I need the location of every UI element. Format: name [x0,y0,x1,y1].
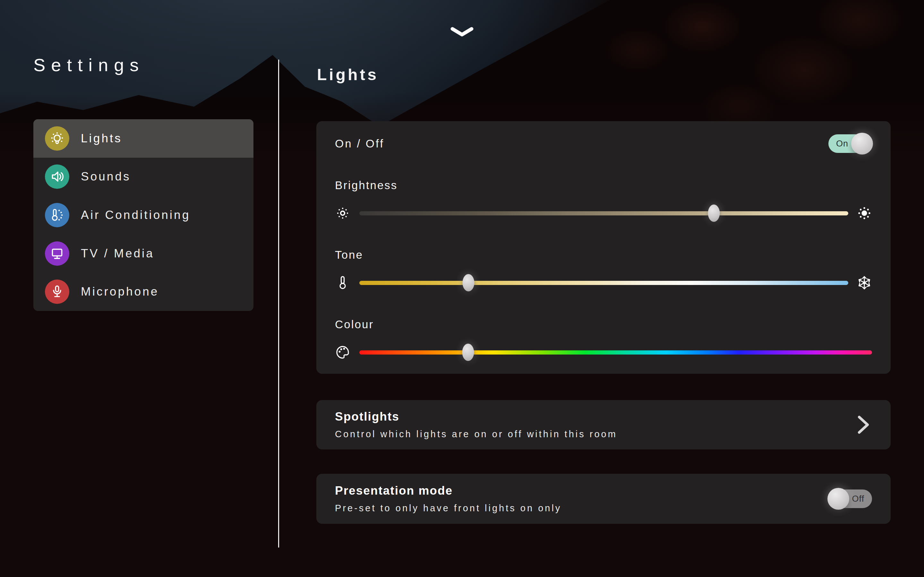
presentation-toggle-state: Off [852,494,864,504]
sidebar-item-label: TV / Media [81,247,154,260]
spotlights-card[interactable]: Spotlights Control which lights are on o… [317,400,891,450]
sidebar-item-label: Lights [81,132,122,145]
brightness-slider-track[interactable] [359,211,848,215]
presentation-subtitle: Pre-set to only have front lights on onl… [335,503,891,514]
chevron-right-icon [857,414,870,435]
collapse-chevron-down-icon[interactable] [451,26,473,38]
section-title: Lights [317,65,379,84]
sidebar-item-sounds[interactable]: Sounds [33,158,254,196]
brightness-slider-row [335,203,872,223]
colour-slider-row [335,342,872,363]
tv-icon [45,242,69,266]
power-row: On / Off On [335,133,872,154]
snowflake-icon [857,275,872,290]
settings-sidebar: Lights Sounds [33,119,254,311]
tone-slider-track[interactable] [359,281,848,285]
speaker-icon [45,164,69,189]
tone-label: Tone [335,248,363,261]
power-toggle[interactable]: On [829,134,872,153]
page-title: Settings [33,55,144,75]
sidebar-item-air-conditioning[interactable]: Air Conditioning [33,196,254,234]
brightness-slider-thumb[interactable] [708,205,720,222]
power-label: On / Off [335,137,384,150]
colour-slider-track[interactable] [359,350,872,355]
thermometer-icon [335,275,351,290]
toggle-knob[interactable] [827,488,849,510]
sidebar-item-tv-media[interactable]: TV / Media [33,234,254,273]
thermometer-sun-icon [45,203,69,227]
sidebar-item-label: Microphone [81,285,159,298]
tone-slider-thumb[interactable] [462,274,474,292]
lightbulb-icon [45,126,69,151]
microphone-icon [45,279,69,304]
sidebar-item-label: Air Conditioning [81,208,190,222]
spotlights-subtitle: Control which lights are on or off withi… [335,429,891,440]
presentation-card: Presentation mode Pre-set to only have f… [317,474,891,524]
colour-label: Colour [335,318,374,331]
palette-icon [335,345,351,360]
colour-slider-thumb[interactable] [462,343,474,361]
power-toggle-state: On [836,139,848,149]
presentation-toggle[interactable]: Off [829,490,872,508]
toggle-knob[interactable] [851,133,873,155]
brightness-low-icon [335,205,351,221]
sidebar-item-label: Sounds [81,170,131,183]
spotlights-title: Spotlights [335,410,891,424]
brightness-high-icon [857,205,872,221]
tone-slider-row [335,272,872,293]
sidebar-item-microphone[interactable]: Microphone [33,272,254,311]
sidebar-item-lights[interactable]: Lights [33,119,254,158]
vertical-divider [278,60,279,548]
presentation-title: Presentation mode [335,484,891,498]
lights-controls-card: On / Off On Brightness [317,121,891,374]
brightness-label: Brightness [335,179,397,192]
